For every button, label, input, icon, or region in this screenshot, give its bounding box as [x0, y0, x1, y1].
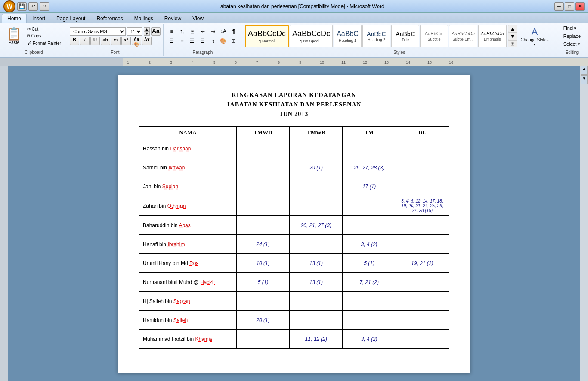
- align-center-btn[interactable]: ≡: [177, 37, 187, 45]
- font-size-select[interactable]: 11: [127, 27, 142, 36]
- col-dl: DL: [396, 127, 449, 139]
- subscript-button[interactable]: x₂: [111, 37, 121, 45]
- svg-rect-18: [0, 66, 8, 381]
- strikethrough-button[interactable]: ab: [101, 37, 110, 45]
- style-heading1[interactable]: AaBbC Heading 1: [334, 25, 362, 47]
- change-styles-button[interactable]: A Change Styles ▾: [519, 25, 551, 48]
- style-subtle-emphasis[interactable]: AaBbCcDc Subtle Em...: [449, 25, 477, 47]
- multilevel-btn[interactable]: ⊟: [188, 27, 197, 36]
- replace-button[interactable]: Replace: [560, 33, 584, 40]
- cell-dl: [396, 158, 449, 177]
- document-area[interactable]: RINGKASAN LAPORAN KEDATANGAN JABATAN KES…: [8, 66, 580, 381]
- cell-tmwb: [290, 235, 343, 254]
- font-size-decrease-btn[interactable]: ▼: [144, 31, 150, 36]
- select-button[interactable]: Select ▾: [560, 41, 584, 48]
- ribbon: Home Insert Page Layout References Maili…: [0, 13, 588, 58]
- styles-gallery: AaBbCcDc ¶ Normal AaBbCcDc ¶ No Spaci...…: [245, 25, 507, 47]
- cell-name: Hanafi bin Ibrahim: [139, 235, 237, 254]
- doc-title-line3: JUN 2013: [139, 111, 449, 118]
- cell-dl: 19, 21 (2): [396, 254, 449, 273]
- increase-indent-btn[interactable]: ⇥: [208, 27, 218, 36]
- styles-expand[interactable]: ⊞: [508, 40, 517, 47]
- underline-button[interactable]: U: [90, 37, 100, 45]
- numbering-btn[interactable]: ⒈: [177, 27, 187, 36]
- cell-dl: [396, 330, 449, 349]
- change-styles-icon: A: [532, 26, 538, 37]
- quick-save-btn[interactable]: 💾: [17, 2, 27, 11]
- format-painter-button[interactable]: 🖌 Format Painter: [25, 40, 63, 47]
- paste-label: Paste: [9, 40, 20, 45]
- font-name-select[interactable]: Comic Sans MS: [70, 27, 126, 36]
- font-color-btn[interactable]: Aa🎨: [132, 37, 141, 45]
- col-nama: NAMA: [139, 127, 237, 139]
- clear-format-btn[interactable]: Aa: [151, 27, 161, 36]
- window-controls: ─ □ ✕: [554, 2, 585, 11]
- borders-btn[interactable]: ⊞: [229, 37, 238, 45]
- tab-page-layout[interactable]: Page Layout: [51, 14, 91, 23]
- justify-btn[interactable]: ☰: [198, 37, 207, 45]
- style-emphasis[interactable]: AaBbCcDc Emphasis: [478, 25, 507, 47]
- tab-home[interactable]: Home: [2, 14, 27, 23]
- style-heading2[interactable]: AaBbC Heading 2: [362, 25, 390, 47]
- shading-btn[interactable]: 🎨: [219, 37, 228, 45]
- style-normal[interactable]: AaBbCcDc ¶ Normal: [245, 25, 289, 47]
- cell-tmwd: [236, 292, 289, 311]
- svg-text:10: 10: [320, 60, 324, 65]
- svg-text:6: 6: [235, 60, 237, 65]
- tab-references[interactable]: References: [91, 14, 128, 23]
- font-size-increase-btn[interactable]: ▲: [144, 27, 150, 31]
- styles-scroll-down[interactable]: ▼: [508, 32, 517, 40]
- bullets-btn[interactable]: ≡: [167, 27, 176, 36]
- cut-button[interactable]: ✂ Cut: [25, 26, 63, 32]
- cell-tm: 3, 4 (2): [343, 330, 396, 349]
- paragraph-label: Paragraph: [167, 49, 238, 55]
- close-btn[interactable]: ✕: [575, 2, 585, 11]
- tab-view[interactable]: View: [187, 14, 209, 23]
- cell-tmwd: [236, 139, 289, 158]
- office-button[interactable]: W: [3, 0, 15, 12]
- table-row: Hanafi bin Ibrahim24 (1)3, 4 (2): [139, 235, 449, 254]
- clipboard-label: Clipboard: [4, 49, 63, 55]
- right-scrollbar[interactable]: ▲ ▼: [580, 66, 588, 381]
- cell-name: Hamidun bin Salleh: [139, 311, 237, 330]
- sort-btn[interactable]: ↕A: [219, 27, 228, 36]
- svg-text:3: 3: [170, 60, 172, 65]
- style-no-spacing[interactable]: AaBbCcDc ¶ No Spaci...: [290, 25, 333, 47]
- tab-review[interactable]: Review: [159, 14, 187, 23]
- italic-button[interactable]: I: [80, 37, 90, 45]
- svg-text:2: 2: [149, 60, 151, 65]
- cell-tmwd: [236, 177, 289, 196]
- minimize-btn[interactable]: ─: [554, 2, 564, 11]
- align-right-btn[interactable]: ☰: [188, 37, 197, 45]
- find-button[interactable]: Find ▾: [560, 25, 584, 32]
- highlight-btn[interactable]: A▾: [142, 37, 152, 45]
- tab-insert[interactable]: Insert: [27, 14, 51, 23]
- cell-dl: 3, 4, 5, 12, 14, 17, 18, 19, 20, 21, 24,…: [396, 196, 449, 216]
- show-marks-btn[interactable]: ¶: [229, 27, 238, 36]
- svg-text:7: 7: [256, 60, 258, 65]
- bold-button[interactable]: B: [70, 37, 79, 45]
- svg-text:8: 8: [278, 60, 280, 65]
- cell-tmwd: [236, 158, 289, 177]
- style-subtitle[interactable]: AaBbCcI Subtitle: [420, 25, 448, 47]
- cell-tmwb: 20, 21, 27 (3): [290, 216, 343, 235]
- maximize-btn[interactable]: □: [565, 2, 574, 11]
- decrease-indent-btn[interactable]: ⇤: [198, 27, 207, 36]
- cell-dl: [396, 139, 449, 158]
- table-row: Nurhanani binti Muhd @ Hadzir5 (1)13 (1)…: [139, 273, 449, 292]
- copy-button[interactable]: ⧉ Copy: [25, 33, 63, 40]
- align-left-btn[interactable]: ☰: [167, 37, 176, 45]
- cell-name: Samidi bin Ikhwan: [139, 158, 237, 177]
- quick-redo-btn[interactable]: ↪: [40, 2, 49, 11]
- paste-button[interactable]: 📋 Paste: [4, 27, 24, 46]
- quick-undo-btn[interactable]: ↩: [28, 2, 38, 11]
- table-row: Baharuddin bin Abas20, 21, 27 (3): [139, 216, 449, 235]
- style-title[interactable]: AaBbC Title: [391, 25, 419, 47]
- cell-tm: 17 (1): [343, 177, 396, 196]
- styles-scroll-up[interactable]: ▲: [508, 25, 517, 32]
- tab-mailings[interactable]: Mailings: [129, 14, 159, 23]
- document-page[interactable]: RINGKASAN LAPORAN KEDATANGAN JABATAN KES…: [118, 75, 470, 373]
- superscript-button[interactable]: x²: [121, 37, 131, 45]
- line-spacing-btn[interactable]: ↕: [208, 37, 218, 45]
- paragraph-group: ≡ ⒈ ⊟ ⇤ ⇥ ↕A ¶ ☰ ≡ ☰ ☰ ↕ 🎨: [164, 24, 241, 56]
